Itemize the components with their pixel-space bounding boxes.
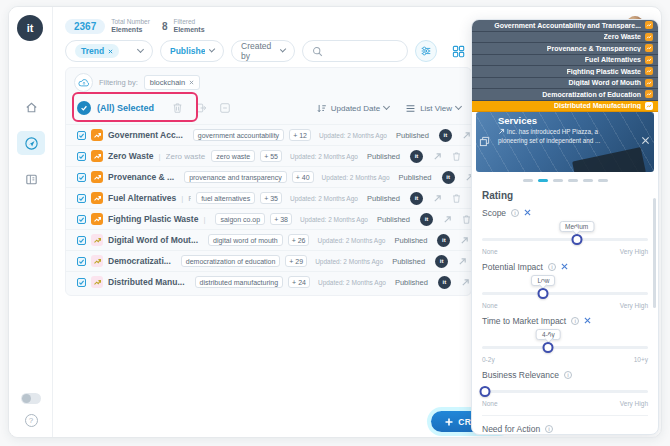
row-tag[interactable]: provenance and transparency	[184, 171, 287, 183]
carousel-dot[interactable]	[583, 179, 593, 182]
slider-track[interactable]	[482, 292, 648, 295]
row-tag[interactable]: democratization of education	[181, 255, 281, 267]
open-element-icon[interactable]	[461, 278, 470, 287]
trend-preview-card[interactable]: Services Inc. has introduced HP Piazza, …	[476, 112, 654, 172]
row-title[interactable]: Zero Waste	[108, 151, 154, 161]
row-checkbox[interactable]	[77, 194, 86, 203]
row-checkbox[interactable]	[77, 257, 86, 266]
table-row[interactable]: Democratizati... democratization of educ…	[66, 250, 471, 271]
carousel-dot[interactable]	[598, 179, 608, 182]
row-title[interactable]: Democratizati...	[108, 256, 171, 266]
row-avatar[interactable]: it	[437, 234, 450, 247]
info-icon[interactable]: i	[548, 263, 556, 271]
close-card-icon[interactable]	[641, 136, 650, 145]
drawer-trend-item[interactable]: Fighting Plastic Waste	[472, 66, 658, 78]
table-row[interactable]: Fuel Alternatives | Fuel al... fuel alte…	[66, 187, 471, 208]
export-selected-icon[interactable]	[195, 102, 207, 114]
row-avatar[interactable]: it	[410, 150, 423, 163]
type-filter-dropdown[interactable]: Trend	[65, 40, 153, 62]
row-tag-count[interactable]: + 55	[260, 150, 282, 162]
row-title[interactable]: Government Acc...	[108, 130, 183, 140]
clear-rating-icon[interactable]	[561, 263, 568, 270]
sidebar-item-home[interactable]	[17, 95, 45, 119]
status-filter-dropdown[interactable]: Published	[160, 40, 224, 62]
row-tag-count[interactable]: + 35	[260, 192, 282, 204]
row-avatar[interactable]: it	[442, 171, 455, 184]
table-row[interactable]: Digital Word of Mout... digital word of …	[66, 229, 471, 250]
remove-filter-tag-icon[interactable]	[189, 80, 194, 85]
carousel-dots[interactable]	[472, 179, 658, 182]
drawer-trend-item[interactable]: Democratization of Education	[472, 89, 658, 101]
row-tag[interactable]: distributed manufacturing	[195, 276, 284, 288]
sidebar-item-boards[interactable]	[17, 167, 45, 191]
row-tag[interactable]: zero waste	[211, 150, 255, 162]
open-element-icon[interactable]	[433, 152, 442, 161]
advanced-filter-button[interactable]	[415, 40, 437, 62]
info-icon[interactable]: i	[511, 209, 519, 217]
filter-tag-blockchain[interactable]: blockchain	[144, 75, 200, 90]
carousel-dot[interactable]	[553, 179, 563, 182]
row-avatar[interactable]: it	[438, 276, 451, 289]
row-checkbox[interactable]	[77, 152, 86, 161]
row-checkbox[interactable]	[77, 278, 86, 287]
theme-toggle[interactable]	[21, 393, 41, 404]
trash-icon[interactable]	[462, 214, 471, 225]
clear-rating-icon[interactable]	[584, 317, 591, 324]
row-checkbox[interactable]	[77, 236, 86, 245]
row-title[interactable]: Fighting Plastic Waste	[108, 214, 198, 224]
itonics-logo[interactable]: it	[17, 15, 43, 41]
open-element-icon[interactable]	[462, 131, 471, 140]
row-title[interactable]: Fuel Alternatives	[108, 193, 176, 203]
row-avatar[interactable]: it	[410, 192, 423, 205]
remove-type-filter-icon[interactable]	[108, 49, 113, 54]
row-tag-count[interactable]: + 40	[292, 171, 314, 183]
table-row[interactable]: Fighting Plastic Waste | With... saigon …	[66, 208, 471, 229]
info-icon[interactable]: i	[545, 425, 553, 433]
table-row[interactable]: Distributed Manu... distributed manufact…	[66, 271, 471, 292]
row-title[interactable]: Digital Word of Mout...	[108, 235, 198, 245]
expand-card-icon[interactable]	[479, 136, 490, 147]
slider-handle[interactable]	[571, 234, 582, 245]
slider-handle[interactable]	[538, 288, 549, 299]
semantic-search-badge[interactable]	[74, 73, 93, 92]
row-tag[interactable]: government accountability	[193, 129, 284, 141]
row-tag-count[interactable]: + 29	[285, 255, 307, 267]
slider-track[interactable]	[482, 238, 648, 241]
sort-dropdown[interactable]: Updated Date	[316, 103, 389, 114]
trash-icon[interactable]	[452, 151, 461, 162]
carousel-dot[interactable]	[523, 179, 533, 182]
carousel-dot[interactable]	[568, 179, 578, 182]
search-box[interactable]	[302, 40, 408, 62]
row-tag-count[interactable]: + 24	[288, 276, 310, 288]
info-icon[interactable]: i	[564, 371, 572, 379]
open-element-icon[interactable]	[433, 194, 442, 203]
clear-rating-icon[interactable]	[524, 209, 531, 216]
row-avatar[interactable]: it	[435, 255, 448, 268]
help-icon[interactable]: ?	[25, 414, 38, 427]
row-tag[interactable]: fuel alternatives	[196, 192, 255, 204]
row-avatar[interactable]: it	[439, 129, 452, 142]
view-mode-dropdown[interactable]: List View	[405, 103, 461, 114]
drawer-trend-item[interactable]: Digital Word of Mouth	[472, 78, 658, 90]
sidebar-item-explorer[interactable]	[17, 131, 45, 155]
row-title[interactable]: Provenance & ...	[108, 172, 174, 182]
row-tag-count[interactable]: + 12	[289, 129, 311, 141]
row-tag-count[interactable]: + 38	[270, 213, 292, 225]
row-title[interactable]: Distributed Manu...	[108, 277, 185, 287]
open-element-icon[interactable]	[443, 215, 452, 224]
slider-handle[interactable]	[543, 342, 554, 353]
delete-selected-icon[interactable]	[172, 102, 183, 114]
open-element-icon[interactable]	[460, 236, 469, 245]
table-row[interactable]: Provenance & ... provenance and transpar…	[66, 166, 471, 187]
info-icon[interactable]: i	[571, 317, 579, 325]
drawer-scrollbar[interactable]	[653, 198, 656, 308]
slider-track[interactable]	[482, 346, 648, 349]
trash-icon[interactable]	[452, 193, 461, 204]
table-row[interactable]: Zero Waste | Zero waste is a s... zero w…	[66, 145, 471, 166]
row-checkbox[interactable]	[77, 131, 86, 140]
drawer-trend-item[interactable]: Provenance & Transparency	[472, 43, 658, 55]
row-avatar[interactable]: it	[420, 213, 433, 226]
slider-track[interactable]	[482, 390, 648, 393]
row-checkbox[interactable]	[77, 173, 86, 182]
open-element-icon[interactable]	[458, 257, 467, 266]
